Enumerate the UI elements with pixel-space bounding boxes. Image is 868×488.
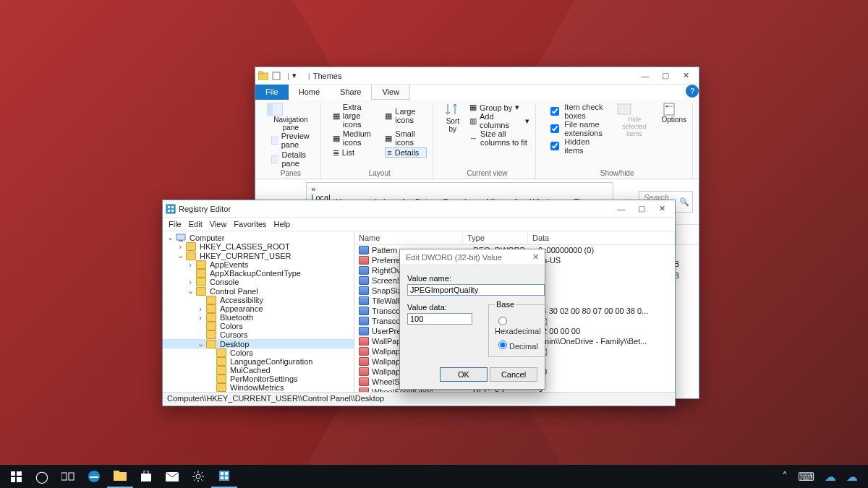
regedit-titlebar[interactable]: Registry Editor — ▢ ✕ (163, 200, 675, 218)
svg-rect-1 (258, 72, 263, 74)
value-name-input[interactable] (407, 284, 545, 296)
radio-hex[interactable]: Hexadecimal (495, 314, 541, 335)
preview-pane-button[interactable]: Preview pane (271, 132, 315, 149)
close-icon[interactable]: ✕ (532, 252, 539, 262)
tray-onedrive-icon[interactable]: ☁ (825, 470, 836, 484)
tree-node[interactable]: ⌄Desktop (163, 339, 354, 348)
explorer-titlebar[interactable]: | ▾ | Themes — ▢ ✕ (255, 67, 699, 85)
tree-node[interactable]: ›AppEvents (163, 260, 354, 269)
props-icon (271, 71, 281, 81)
tree-node[interactable]: ›Bluetooth (163, 313, 354, 322)
svg-line-35 (194, 472, 195, 474)
svg-rect-21 (17, 477, 22, 482)
close-button[interactable]: ✕ (676, 68, 696, 84)
registry-tree[interactable]: ⌄Computer›HKEY_CLASSES_ROOT⌄HKEY_CURRENT… (163, 231, 354, 392)
taskbar[interactable]: ◯ ˄ ⌨ ☁ ☁ (0, 465, 868, 488)
tree-node[interactable]: Cursors (163, 330, 354, 339)
cortana-button[interactable]: ◯ (29, 465, 55, 488)
menu-help[interactable]: Help (274, 220, 291, 228)
maximize-button[interactable]: ▢ (631, 201, 652, 217)
svg-rect-18 (11, 471, 15, 476)
tree-node[interactable]: Colors (163, 322, 354, 330)
tree-node[interactable]: ›Console (163, 278, 354, 286)
value-icon (359, 246, 369, 254)
regedit-icon (166, 204, 176, 214)
layout-large[interactable]: ▦ Large icons (385, 103, 426, 129)
value-icon (359, 388, 369, 392)
cancel-button[interactable]: Cancel (490, 367, 537, 382)
tree-node[interactable]: Colors (163, 348, 354, 357)
settings-icon[interactable] (185, 465, 211, 488)
layout-small[interactable]: ▦ Small icons (385, 129, 426, 147)
tree-node[interactable]: ⌄Computer (163, 233, 354, 242)
svg-rect-20 (11, 477, 15, 482)
details-pane-button[interactable]: Details pane (271, 150, 315, 168)
menu-edit[interactable]: Edit (189, 220, 203, 228)
tray-chevron-icon[interactable]: ˄ (782, 470, 788, 484)
system-tray[interactable]: ˄ ⌨ ☁ ☁ (782, 470, 865, 484)
layout-details[interactable]: ≡ Details (385, 147, 426, 158)
tree-node[interactable]: WindowMetrics (163, 383, 354, 392)
tree-node[interactable]: ›Appearance (163, 304, 354, 313)
tree-node[interactable]: ⌄HKEY_CURRENT_USER (163, 251, 354, 260)
task-view-button[interactable] (55, 465, 81, 488)
minimize-button[interactable]: — (635, 68, 655, 84)
tray-input-icon[interactable]: ⌨ (798, 470, 814, 484)
tree-node[interactable]: ›HKEY_CLASSES_ROOT (163, 242, 354, 251)
tab-view[interactable]: View (371, 85, 410, 100)
file-name-extensions[interactable]: File name extensions (548, 120, 607, 137)
ribbon-tabs: File Home Share View ? (255, 85, 699, 100)
nav-pane-button[interactable] (267, 103, 315, 116)
value-data-input[interactable] (407, 313, 472, 325)
ok-button[interactable]: OK (440, 367, 488, 382)
group-by-button[interactable]: ▦ Group by ▾ (469, 103, 529, 112)
svg-rect-22 (61, 473, 67, 480)
menu-bar[interactable]: FileEditViewFavoritesHelp (163, 218, 675, 231)
help-icon[interactable]: ? (686, 85, 699, 98)
explorer-taskbar-icon[interactable] (107, 465, 133, 488)
minimize-button[interactable]: — (611, 201, 631, 217)
tree-node[interactable]: PerMonitorSettings (163, 374, 354, 383)
close-button[interactable]: ✕ (652, 201, 672, 217)
layout-medium[interactable]: ▦ Medium icons (333, 129, 376, 147)
store-icon[interactable] (133, 465, 159, 488)
menu-view[interactable]: View (210, 220, 227, 228)
add-columns-button[interactable]: ▥ Add columns ▾ (469, 112, 529, 129)
item-check-boxes[interactable]: Item check boxes (548, 103, 607, 120)
value-name-label: Value name: (407, 274, 537, 283)
svg-rect-43 (225, 476, 228, 479)
tree-node[interactable]: LanguageConfiguration (163, 357, 354, 366)
svg-rect-6 (271, 155, 278, 163)
radio-decimal[interactable]: Decimal (495, 338, 541, 351)
menu-file[interactable]: File (169, 220, 182, 228)
tree-node[interactable]: MuiCached (163, 366, 354, 374)
edge-icon[interactable] (81, 465, 107, 488)
layout-list[interactable]: ≣ List (333, 147, 376, 158)
dropdown-icon[interactable]: ▾ (292, 71, 302, 81)
tree-node[interactable]: Accessibility (163, 296, 354, 304)
tab-share[interactable]: Share (330, 85, 371, 100)
sort-icon[interactable] (445, 103, 461, 117)
hidden-items[interactable]: Hidden items (548, 137, 607, 155)
menu-favorites[interactable]: Favorites (234, 220, 266, 228)
value-icon (359, 367, 369, 376)
svg-rect-2 (273, 72, 280, 80)
value-icon (359, 337, 369, 346)
dialog-titlebar[interactable]: Edit DWORD (32-bit) Value ✕ (400, 249, 545, 265)
value-column-headers[interactable]: Name Type Data (354, 231, 675, 245)
regedit-taskbar-icon[interactable] (211, 465, 237, 488)
svg-rect-41 (225, 472, 228, 475)
tab-file[interactable]: File (255, 85, 289, 100)
maximize-button[interactable]: ▢ (655, 68, 676, 84)
mail-icon[interactable] (159, 465, 185, 488)
svg-rect-14 (168, 210, 170, 212)
layout-xl[interactable]: ▦ Extra large icons (333, 103, 376, 129)
options-icon[interactable] (662, 103, 676, 116)
start-button[interactable] (3, 465, 29, 488)
tab-home[interactable]: Home (289, 85, 330, 100)
tree-node[interactable]: ⌄Control Panel (163, 286, 354, 296)
svg-rect-16 (176, 234, 185, 240)
tray-onedrive2-icon[interactable]: ☁ (846, 470, 858, 484)
size-columns-button[interactable]: ↔ Size all columns to fit (469, 129, 529, 147)
tree-node[interactable]: AppXBackupContentType (163, 269, 354, 278)
